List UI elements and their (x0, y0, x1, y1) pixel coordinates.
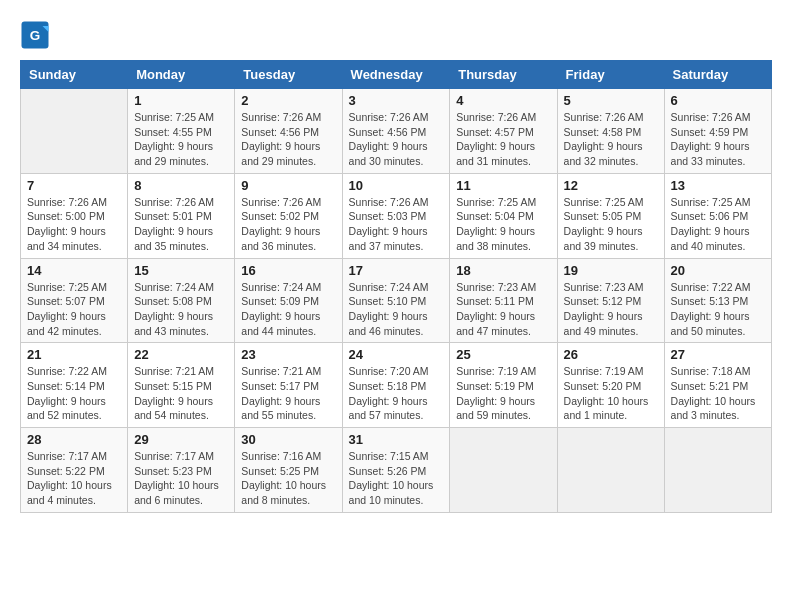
day-number: 7 (27, 178, 121, 193)
day-info: Sunrise: 7:22 AMSunset: 5:14 PMDaylight:… (27, 364, 121, 423)
day-number: 21 (27, 347, 121, 362)
day-cell: 1 Sunrise: 7:25 AMSunset: 4:55 PMDayligh… (128, 89, 235, 174)
day-header-tuesday: Tuesday (235, 61, 342, 89)
day-info: Sunrise: 7:17 AMSunset: 5:23 PMDaylight:… (134, 449, 228, 508)
day-cell (21, 89, 128, 174)
day-cell: 24 Sunrise: 7:20 AMSunset: 5:18 PMDaylig… (342, 343, 450, 428)
day-number: 16 (241, 263, 335, 278)
day-number: 3 (349, 93, 444, 108)
day-info: Sunrise: 7:25 AMSunset: 5:06 PMDaylight:… (671, 195, 765, 254)
day-cell: 25 Sunrise: 7:19 AMSunset: 5:19 PMDaylig… (450, 343, 557, 428)
day-info: Sunrise: 7:24 AMSunset: 5:09 PMDaylight:… (241, 280, 335, 339)
day-number: 13 (671, 178, 765, 193)
day-cell (664, 428, 771, 513)
day-number: 2 (241, 93, 335, 108)
day-cell: 5 Sunrise: 7:26 AMSunset: 4:58 PMDayligh… (557, 89, 664, 174)
day-number: 14 (27, 263, 121, 278)
day-number: 25 (456, 347, 550, 362)
day-info: Sunrise: 7:26 AMSunset: 5:01 PMDaylight:… (134, 195, 228, 254)
logo: G (20, 20, 54, 50)
page-header: G (20, 20, 772, 50)
day-info: Sunrise: 7:21 AMSunset: 5:17 PMDaylight:… (241, 364, 335, 423)
day-info: Sunrise: 7:17 AMSunset: 5:22 PMDaylight:… (27, 449, 121, 508)
day-info: Sunrise: 7:22 AMSunset: 5:13 PMDaylight:… (671, 280, 765, 339)
day-info: Sunrise: 7:26 AMSunset: 4:56 PMDaylight:… (241, 110, 335, 169)
day-number: 15 (134, 263, 228, 278)
day-cell: 31 Sunrise: 7:15 AMSunset: 5:26 PMDaylig… (342, 428, 450, 513)
day-number: 4 (456, 93, 550, 108)
day-info: Sunrise: 7:26 AMSunset: 5:00 PMDaylight:… (27, 195, 121, 254)
day-info: Sunrise: 7:25 AMSunset: 4:55 PMDaylight:… (134, 110, 228, 169)
day-cell: 7 Sunrise: 7:26 AMSunset: 5:00 PMDayligh… (21, 173, 128, 258)
day-cell: 14 Sunrise: 7:25 AMSunset: 5:07 PMDaylig… (21, 258, 128, 343)
day-cell: 9 Sunrise: 7:26 AMSunset: 5:02 PMDayligh… (235, 173, 342, 258)
week-row-4: 21 Sunrise: 7:22 AMSunset: 5:14 PMDaylig… (21, 343, 772, 428)
day-number: 28 (27, 432, 121, 447)
day-cell: 21 Sunrise: 7:22 AMSunset: 5:14 PMDaylig… (21, 343, 128, 428)
calendar-table: SundayMondayTuesdayWednesdayThursdayFrid… (20, 60, 772, 513)
day-number: 10 (349, 178, 444, 193)
day-number: 5 (564, 93, 658, 108)
week-row-3: 14 Sunrise: 7:25 AMSunset: 5:07 PMDaylig… (21, 258, 772, 343)
day-info: Sunrise: 7:19 AMSunset: 5:19 PMDaylight:… (456, 364, 550, 423)
day-info: Sunrise: 7:24 AMSunset: 5:10 PMDaylight:… (349, 280, 444, 339)
day-info: Sunrise: 7:15 AMSunset: 5:26 PMDaylight:… (349, 449, 444, 508)
day-header-wednesday: Wednesday (342, 61, 450, 89)
day-info: Sunrise: 7:24 AMSunset: 5:08 PMDaylight:… (134, 280, 228, 339)
day-cell: 15 Sunrise: 7:24 AMSunset: 5:08 PMDaylig… (128, 258, 235, 343)
day-number: 6 (671, 93, 765, 108)
day-number: 8 (134, 178, 228, 193)
day-header-friday: Friday (557, 61, 664, 89)
day-cell: 17 Sunrise: 7:24 AMSunset: 5:10 PMDaylig… (342, 258, 450, 343)
day-cell: 20 Sunrise: 7:22 AMSunset: 5:13 PMDaylig… (664, 258, 771, 343)
day-header-saturday: Saturday (664, 61, 771, 89)
day-cell: 27 Sunrise: 7:18 AMSunset: 5:21 PMDaylig… (664, 343, 771, 428)
day-number: 11 (456, 178, 550, 193)
day-number: 12 (564, 178, 658, 193)
day-cell: 12 Sunrise: 7:25 AMSunset: 5:05 PMDaylig… (557, 173, 664, 258)
day-info: Sunrise: 7:26 AMSunset: 5:02 PMDaylight:… (241, 195, 335, 254)
day-number: 19 (564, 263, 658, 278)
svg-text:G: G (30, 28, 41, 43)
day-number: 31 (349, 432, 444, 447)
day-cell: 2 Sunrise: 7:26 AMSunset: 4:56 PMDayligh… (235, 89, 342, 174)
day-cell: 13 Sunrise: 7:25 AMSunset: 5:06 PMDaylig… (664, 173, 771, 258)
day-info: Sunrise: 7:25 AMSunset: 5:05 PMDaylight:… (564, 195, 658, 254)
header-row: SundayMondayTuesdayWednesdayThursdayFrid… (21, 61, 772, 89)
day-cell: 8 Sunrise: 7:26 AMSunset: 5:01 PMDayligh… (128, 173, 235, 258)
day-header-monday: Monday (128, 61, 235, 89)
day-number: 20 (671, 263, 765, 278)
day-cell: 4 Sunrise: 7:26 AMSunset: 4:57 PMDayligh… (450, 89, 557, 174)
day-header-sunday: Sunday (21, 61, 128, 89)
day-info: Sunrise: 7:20 AMSunset: 5:18 PMDaylight:… (349, 364, 444, 423)
day-info: Sunrise: 7:26 AMSunset: 4:59 PMDaylight:… (671, 110, 765, 169)
day-info: Sunrise: 7:19 AMSunset: 5:20 PMDaylight:… (564, 364, 658, 423)
day-cell (450, 428, 557, 513)
day-cell: 28 Sunrise: 7:17 AMSunset: 5:22 PMDaylig… (21, 428, 128, 513)
day-number: 30 (241, 432, 335, 447)
day-cell: 22 Sunrise: 7:21 AMSunset: 5:15 PMDaylig… (128, 343, 235, 428)
day-cell: 18 Sunrise: 7:23 AMSunset: 5:11 PMDaylig… (450, 258, 557, 343)
day-header-thursday: Thursday (450, 61, 557, 89)
day-number: 29 (134, 432, 228, 447)
day-number: 17 (349, 263, 444, 278)
day-number: 18 (456, 263, 550, 278)
day-number: 23 (241, 347, 335, 362)
day-cell: 16 Sunrise: 7:24 AMSunset: 5:09 PMDaylig… (235, 258, 342, 343)
day-info: Sunrise: 7:26 AMSunset: 5:03 PMDaylight:… (349, 195, 444, 254)
logo-icon: G (20, 20, 50, 50)
day-cell: 3 Sunrise: 7:26 AMSunset: 4:56 PMDayligh… (342, 89, 450, 174)
day-number: 1 (134, 93, 228, 108)
day-cell: 26 Sunrise: 7:19 AMSunset: 5:20 PMDaylig… (557, 343, 664, 428)
day-info: Sunrise: 7:26 AMSunset: 4:56 PMDaylight:… (349, 110, 444, 169)
day-info: Sunrise: 7:23 AMSunset: 5:12 PMDaylight:… (564, 280, 658, 339)
day-cell (557, 428, 664, 513)
day-cell: 19 Sunrise: 7:23 AMSunset: 5:12 PMDaylig… (557, 258, 664, 343)
day-number: 24 (349, 347, 444, 362)
day-info: Sunrise: 7:25 AMSunset: 5:07 PMDaylight:… (27, 280, 121, 339)
week-row-2: 7 Sunrise: 7:26 AMSunset: 5:00 PMDayligh… (21, 173, 772, 258)
day-info: Sunrise: 7:26 AMSunset: 4:58 PMDaylight:… (564, 110, 658, 169)
day-cell: 10 Sunrise: 7:26 AMSunset: 5:03 PMDaylig… (342, 173, 450, 258)
day-number: 26 (564, 347, 658, 362)
day-cell: 29 Sunrise: 7:17 AMSunset: 5:23 PMDaylig… (128, 428, 235, 513)
